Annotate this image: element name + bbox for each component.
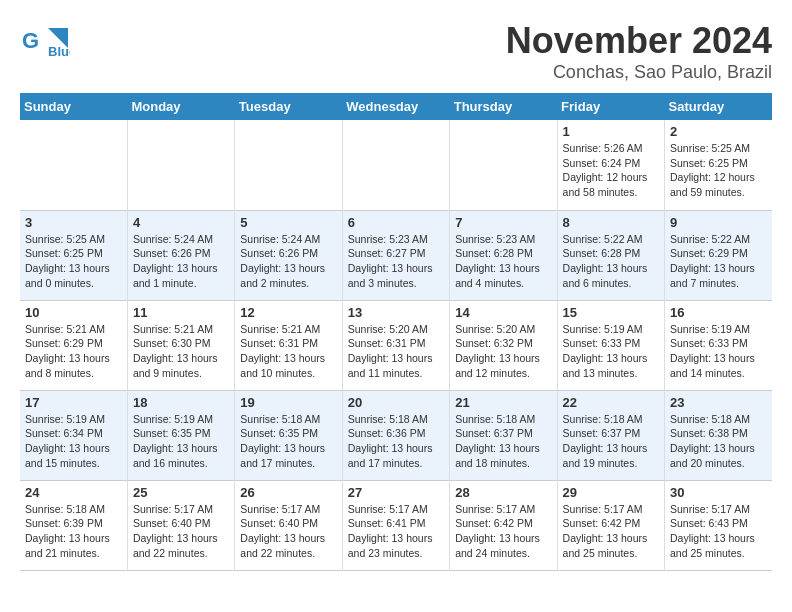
weekday-header-tuesday: Tuesday	[235, 93, 342, 120]
day-info: Sunrise: 5:20 AMSunset: 6:31 PMDaylight:…	[348, 322, 444, 381]
day-number: 21	[455, 395, 551, 410]
day-cell-22: 22Sunrise: 5:18 AMSunset: 6:37 PMDayligh…	[557, 390, 664, 480]
logo-icon: G Blue	[20, 20, 70, 60]
empty-cell	[127, 120, 234, 210]
day-number: 12	[240, 305, 336, 320]
day-number: 25	[133, 485, 229, 500]
day-number: 4	[133, 215, 229, 230]
weekday-header-friday: Friday	[557, 93, 664, 120]
day-number: 5	[240, 215, 336, 230]
day-number: 9	[670, 215, 767, 230]
svg-text:G: G	[22, 28, 39, 53]
day-number: 18	[133, 395, 229, 410]
day-info: Sunrise: 5:19 AMSunset: 6:35 PMDaylight:…	[133, 412, 229, 471]
day-cell-13: 13Sunrise: 5:20 AMSunset: 6:31 PMDayligh…	[342, 300, 449, 390]
day-info: Sunrise: 5:21 AMSunset: 6:29 PMDaylight:…	[25, 322, 122, 381]
day-info: Sunrise: 5:21 AMSunset: 6:31 PMDaylight:…	[240, 322, 336, 381]
day-info: Sunrise: 5:20 AMSunset: 6:32 PMDaylight:…	[455, 322, 551, 381]
day-info: Sunrise: 5:17 AMSunset: 6:43 PMDaylight:…	[670, 502, 767, 561]
day-cell-7: 7Sunrise: 5:23 AMSunset: 6:28 PMDaylight…	[450, 210, 557, 300]
day-info: Sunrise: 5:18 AMSunset: 6:39 PMDaylight:…	[25, 502, 122, 561]
day-number: 13	[348, 305, 444, 320]
day-info: Sunrise: 5:18 AMSunset: 6:37 PMDaylight:…	[563, 412, 659, 471]
day-number: 8	[563, 215, 659, 230]
day-info: Sunrise: 5:17 AMSunset: 6:40 PMDaylight:…	[240, 502, 336, 561]
day-cell-1: 1Sunrise: 5:26 AMSunset: 6:24 PMDaylight…	[557, 120, 664, 210]
day-info: Sunrise: 5:19 AMSunset: 6:33 PMDaylight:…	[563, 322, 659, 381]
day-cell-20: 20Sunrise: 5:18 AMSunset: 6:36 PMDayligh…	[342, 390, 449, 480]
day-cell-18: 18Sunrise: 5:19 AMSunset: 6:35 PMDayligh…	[127, 390, 234, 480]
weekday-header-row: SundayMondayTuesdayWednesdayThursdayFrid…	[20, 93, 772, 120]
day-number: 3	[25, 215, 122, 230]
week-row-4: 17Sunrise: 5:19 AMSunset: 6:34 PMDayligh…	[20, 390, 772, 480]
day-number: 28	[455, 485, 551, 500]
day-number: 6	[348, 215, 444, 230]
day-number: 1	[563, 124, 659, 139]
empty-cell	[342, 120, 449, 210]
day-number: 17	[25, 395, 122, 410]
day-cell-26: 26Sunrise: 5:17 AMSunset: 6:40 PMDayligh…	[235, 480, 342, 570]
day-info: Sunrise: 5:17 AMSunset: 6:40 PMDaylight:…	[133, 502, 229, 561]
day-cell-14: 14Sunrise: 5:20 AMSunset: 6:32 PMDayligh…	[450, 300, 557, 390]
day-cell-4: 4Sunrise: 5:24 AMSunset: 6:26 PMDaylight…	[127, 210, 234, 300]
day-cell-28: 28Sunrise: 5:17 AMSunset: 6:42 PMDayligh…	[450, 480, 557, 570]
day-info: Sunrise: 5:21 AMSunset: 6:30 PMDaylight:…	[133, 322, 229, 381]
day-number: 26	[240, 485, 336, 500]
day-cell-17: 17Sunrise: 5:19 AMSunset: 6:34 PMDayligh…	[20, 390, 127, 480]
day-number: 11	[133, 305, 229, 320]
day-cell-29: 29Sunrise: 5:17 AMSunset: 6:42 PMDayligh…	[557, 480, 664, 570]
week-row-2: 3Sunrise: 5:25 AMSunset: 6:25 PMDaylight…	[20, 210, 772, 300]
weekday-header-thursday: Thursday	[450, 93, 557, 120]
day-info: Sunrise: 5:24 AMSunset: 6:26 PMDaylight:…	[133, 232, 229, 291]
svg-text:Blue: Blue	[48, 44, 70, 59]
weekday-header-sunday: Sunday	[20, 93, 127, 120]
day-number: 7	[455, 215, 551, 230]
weekday-header-monday: Monday	[127, 93, 234, 120]
day-info: Sunrise: 5:23 AMSunset: 6:27 PMDaylight:…	[348, 232, 444, 291]
week-row-3: 10Sunrise: 5:21 AMSunset: 6:29 PMDayligh…	[20, 300, 772, 390]
day-info: Sunrise: 5:22 AMSunset: 6:28 PMDaylight:…	[563, 232, 659, 291]
empty-cell	[450, 120, 557, 210]
day-cell-12: 12Sunrise: 5:21 AMSunset: 6:31 PMDayligh…	[235, 300, 342, 390]
empty-cell	[20, 120, 127, 210]
day-number: 24	[25, 485, 122, 500]
day-info: Sunrise: 5:18 AMSunset: 6:38 PMDaylight:…	[670, 412, 767, 471]
day-number: 20	[348, 395, 444, 410]
day-info: Sunrise: 5:18 AMSunset: 6:35 PMDaylight:…	[240, 412, 336, 471]
day-info: Sunrise: 5:17 AMSunset: 6:42 PMDaylight:…	[455, 502, 551, 561]
day-cell-19: 19Sunrise: 5:18 AMSunset: 6:35 PMDayligh…	[235, 390, 342, 480]
day-number: 10	[25, 305, 122, 320]
day-number: 2	[670, 124, 767, 139]
logo: G Blue	[20, 20, 74, 60]
day-info: Sunrise: 5:22 AMSunset: 6:29 PMDaylight:…	[670, 232, 767, 291]
day-cell-9: 9Sunrise: 5:22 AMSunset: 6:29 PMDaylight…	[665, 210, 772, 300]
day-cell-2: 2Sunrise: 5:25 AMSunset: 6:25 PMDaylight…	[665, 120, 772, 210]
day-number: 23	[670, 395, 767, 410]
month-title: November 2024	[506, 20, 772, 62]
day-number: 19	[240, 395, 336, 410]
day-cell-16: 16Sunrise: 5:19 AMSunset: 6:33 PMDayligh…	[665, 300, 772, 390]
day-cell-6: 6Sunrise: 5:23 AMSunset: 6:27 PMDaylight…	[342, 210, 449, 300]
day-cell-10: 10Sunrise: 5:21 AMSunset: 6:29 PMDayligh…	[20, 300, 127, 390]
day-cell-8: 8Sunrise: 5:22 AMSunset: 6:28 PMDaylight…	[557, 210, 664, 300]
day-cell-24: 24Sunrise: 5:18 AMSunset: 6:39 PMDayligh…	[20, 480, 127, 570]
day-cell-21: 21Sunrise: 5:18 AMSunset: 6:37 PMDayligh…	[450, 390, 557, 480]
day-info: Sunrise: 5:18 AMSunset: 6:36 PMDaylight:…	[348, 412, 444, 471]
day-info: Sunrise: 5:19 AMSunset: 6:34 PMDaylight:…	[25, 412, 122, 471]
day-number: 15	[563, 305, 659, 320]
day-info: Sunrise: 5:25 AMSunset: 6:25 PMDaylight:…	[25, 232, 122, 291]
day-number: 29	[563, 485, 659, 500]
day-cell-11: 11Sunrise: 5:21 AMSunset: 6:30 PMDayligh…	[127, 300, 234, 390]
page-container: G Blue November 2024 Conchas, Sao Paulo,…	[20, 20, 772, 571]
day-cell-5: 5Sunrise: 5:24 AMSunset: 6:26 PMDaylight…	[235, 210, 342, 300]
day-cell-23: 23Sunrise: 5:18 AMSunset: 6:38 PMDayligh…	[665, 390, 772, 480]
day-cell-30: 30Sunrise: 5:17 AMSunset: 6:43 PMDayligh…	[665, 480, 772, 570]
day-cell-3: 3Sunrise: 5:25 AMSunset: 6:25 PMDaylight…	[20, 210, 127, 300]
calendar-table: SundayMondayTuesdayWednesdayThursdayFrid…	[20, 93, 772, 571]
day-info: Sunrise: 5:19 AMSunset: 6:33 PMDaylight:…	[670, 322, 767, 381]
day-info: Sunrise: 5:26 AMSunset: 6:24 PMDaylight:…	[563, 141, 659, 200]
weekday-header-saturday: Saturday	[665, 93, 772, 120]
week-row-1: 1Sunrise: 5:26 AMSunset: 6:24 PMDaylight…	[20, 120, 772, 210]
location-title: Conchas, Sao Paulo, Brazil	[506, 62, 772, 83]
day-info: Sunrise: 5:23 AMSunset: 6:28 PMDaylight:…	[455, 232, 551, 291]
